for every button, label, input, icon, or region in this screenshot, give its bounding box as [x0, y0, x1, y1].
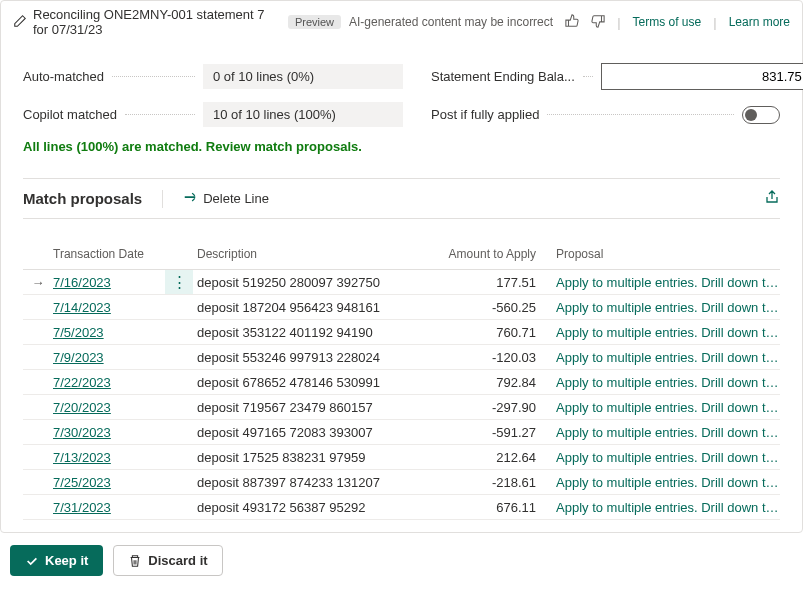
row-menu-icon: ⋮ [165, 495, 193, 519]
col-header-desc[interactable]: Description [193, 247, 428, 261]
description-cell: deposit 187204 956423 948161 [193, 300, 428, 315]
row-menu-icon: ⋮ [165, 445, 193, 469]
terms-link[interactable]: Terms of use [633, 15, 702, 29]
amount-cell: -297.90 [428, 400, 548, 415]
row-menu-icon: ⋮ [165, 370, 193, 394]
proposal-link[interactable]: Apply to multiple entries. Drill down to… [548, 275, 780, 290]
amount-cell: -218.61 [428, 475, 548, 490]
amount-cell: 212.64 [428, 450, 548, 465]
proposal-link[interactable]: Apply to multiple entries. Drill down to… [548, 375, 780, 390]
balance-input[interactable] [601, 63, 803, 90]
description-cell: deposit 519250 280097 392750 [193, 275, 428, 290]
table-row[interactable]: → 7/16/2023 ⋮ deposit 519250 280097 3927… [23, 270, 780, 295]
description-cell: deposit 353122 401192 94190 [193, 325, 428, 340]
balance-label: Statement Ending Bala... [431, 69, 575, 84]
auto-matched-label: Auto-matched [23, 69, 104, 84]
table-row[interactable]: 7/31/2023 ⋮ deposit 493172 56387 95292 6… [23, 495, 780, 520]
thumbs-up-icon[interactable] [565, 14, 579, 31]
row-indicator-icon: → [23, 275, 53, 290]
description-cell: deposit 553246 997913 228024 [193, 350, 428, 365]
table-row[interactable]: 7/14/2023 ⋮ deposit 187204 956423 948161… [23, 295, 780, 320]
keep-it-label: Keep it [45, 553, 88, 568]
transaction-date-link[interactable]: 7/13/2023 [53, 450, 111, 465]
dots [547, 114, 734, 115]
divider: | [617, 15, 620, 30]
copilot-matched-value: 10 of 10 lines (100%) [203, 102, 403, 127]
amount-cell: 760.71 [428, 325, 548, 340]
proposal-link[interactable]: Apply to multiple entries. Drill down to… [548, 300, 780, 315]
transaction-date-link[interactable]: 7/16/2023 [53, 275, 111, 290]
proposal-link[interactable]: Apply to multiple entries. Drill down to… [548, 475, 780, 490]
amount-cell: -120.03 [428, 350, 548, 365]
transaction-date-link[interactable]: 7/25/2023 [53, 475, 111, 490]
discard-it-label: Discard it [148, 553, 207, 568]
transaction-date-link[interactable]: 7/22/2023 [53, 375, 111, 390]
post-label: Post if fully applied [431, 107, 539, 122]
description-cell: deposit 493172 56387 95292 [193, 500, 428, 515]
amount-cell: 792.84 [428, 375, 548, 390]
discard-it-button[interactable]: Discard it [113, 545, 222, 576]
proposal-link[interactable]: Apply to multiple entries. Drill down to… [548, 425, 780, 440]
learn-more-link[interactable]: Learn more [729, 15, 790, 29]
delete-line-label: Delete Line [203, 191, 269, 206]
proposal-link[interactable]: Apply to multiple entries. Drill down to… [548, 500, 780, 515]
dots [125, 114, 195, 115]
transaction-date-link[interactable]: 7/9/2023 [53, 350, 104, 365]
col-header-amt[interactable]: Amount to Apply [428, 247, 548, 261]
proposal-link[interactable]: Apply to multiple entries. Drill down to… [548, 350, 780, 365]
col-header-date[interactable]: Transaction Date [53, 247, 165, 261]
post-toggle[interactable] [742, 106, 780, 124]
table-row[interactable]: 7/25/2023 ⋮ deposit 887397 874233 131207… [23, 470, 780, 495]
table-row[interactable]: 7/13/2023 ⋮ deposit 17525 838231 97959 2… [23, 445, 780, 470]
description-cell: deposit 17525 838231 97959 [193, 450, 428, 465]
row-menu-icon: ⋮ [165, 470, 193, 494]
row-menu-icon: ⋮ [165, 320, 193, 344]
dots [112, 76, 195, 77]
row-menu-icon: ⋮ [165, 395, 193, 419]
delete-line-button[interactable]: Delete Line [183, 190, 269, 207]
col-header-prop[interactable]: Proposal [548, 247, 780, 261]
dots [583, 76, 593, 77]
transaction-date-link[interactable]: 7/14/2023 [53, 300, 111, 315]
copilot-matched-label: Copilot matched [23, 107, 117, 122]
table-row[interactable]: 7/20/2023 ⋮ deposit 719567 23479 860157 … [23, 395, 780, 420]
description-cell: deposit 678652 478146 530991 [193, 375, 428, 390]
divider [162, 190, 163, 208]
table-row[interactable]: 7/9/2023 ⋮ deposit 553246 997913 228024 … [23, 345, 780, 370]
description-cell: deposit 719567 23479 860157 [193, 400, 428, 415]
table-row[interactable]: 7/30/2023 ⋮ deposit 497165 72083 393007 … [23, 420, 780, 445]
keep-it-button[interactable]: Keep it [10, 545, 103, 576]
amount-cell: -560.25 [428, 300, 548, 315]
amount-cell: -591.27 [428, 425, 548, 440]
amount-cell: 676.11 [428, 500, 548, 515]
row-menu-icon: ⋮ [165, 420, 193, 444]
proposals-table: Transaction Date Description Amount to A… [23, 239, 780, 520]
preview-badge: Preview [288, 15, 341, 29]
ai-disclaimer: AI-generated content may be incorrect [349, 15, 553, 29]
section-title: Match proposals [23, 190, 142, 207]
description-cell: deposit 497165 72083 393007 [193, 425, 428, 440]
table-row[interactable]: 7/22/2023 ⋮ deposit 678652 478146 530991… [23, 370, 780, 395]
description-cell: deposit 887397 874233 131207 [193, 475, 428, 490]
transaction-date-link[interactable]: 7/30/2023 [53, 425, 111, 440]
table-row[interactable]: 7/5/2023 ⋮ deposit 353122 401192 94190 7… [23, 320, 780, 345]
proposal-link[interactable]: Apply to multiple entries. Drill down to… [548, 450, 780, 465]
edit-icon[interactable] [13, 14, 27, 31]
row-menu-icon: ⋮ [165, 345, 193, 369]
page-title: Reconciling ONE2MNY-001 statement 7 for … [33, 7, 282, 37]
delete-line-icon [183, 190, 197, 207]
share-icon[interactable] [764, 189, 780, 208]
transaction-date-link[interactable]: 7/20/2023 [53, 400, 111, 415]
status-message: All lines (100%) are matched. Review mat… [23, 139, 780, 154]
proposal-link[interactable]: Apply to multiple entries. Drill down to… [548, 325, 780, 340]
row-menu-icon: ⋮ [165, 295, 193, 319]
row-menu-icon[interactable]: ⋮ [165, 270, 193, 294]
transaction-date-link[interactable]: 7/31/2023 [53, 500, 111, 515]
auto-matched-value: 0 of 10 lines (0%) [203, 64, 403, 89]
header-bar: Reconciling ONE2MNY-001 statement 7 for … [1, 1, 802, 43]
transaction-date-link[interactable]: 7/5/2023 [53, 325, 104, 340]
thumbs-down-icon[interactable] [591, 14, 605, 31]
amount-cell: 177.51 [428, 275, 548, 290]
divider: | [713, 15, 716, 30]
proposal-link[interactable]: Apply to multiple entries. Drill down to… [548, 400, 780, 415]
